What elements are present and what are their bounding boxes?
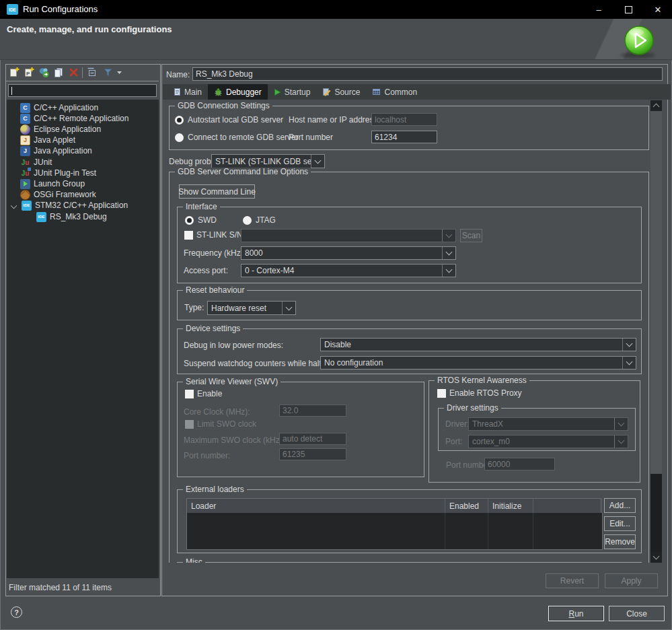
tree-item-c-application[interactable]: C C/C++ Application [20, 102, 98, 113]
main-tab-icon [174, 88, 181, 96]
scroll-up-button[interactable] [650, 100, 662, 111]
remote-gdb-radio[interactable] [175, 133, 184, 142]
new-launch-prototype-icon[interactable]: P [24, 67, 35, 78]
add-loader-button[interactable]: Add... [604, 498, 636, 513]
tab-common[interactable]: Common [366, 84, 423, 100]
filter-launch-configurations-icon[interactable] [102, 67, 114, 78]
svg-text:P: P [26, 71, 30, 77]
watchdog-label: Suspend watchdog counters while halted: [184, 359, 332, 368]
tree-item-label: JUnit [34, 158, 52, 167]
low-power-combo[interactable]: Disable [320, 338, 636, 351]
banner-heading: Create, manage, and run configurations [7, 25, 172, 34]
port-number-input[interactable] [371, 131, 437, 143]
rtos-port-combo: cortex_m0 [468, 435, 628, 448]
reset-type-label: Type: [184, 303, 204, 312]
group-legend: Misc [183, 558, 205, 563]
launch-types-tree: C C/C++ Application C C/C++ Remote Appli… [7, 100, 159, 578]
close-window-button[interactable]: ✕ [643, 0, 672, 19]
gdb-server-options-group: GDB Server Command Line Options Show Com… [169, 172, 649, 563]
filter-menu-chevron-icon[interactable] [116, 70, 122, 75]
stm32-application-icon: IDE [22, 201, 32, 211]
c-application-icon: C [20, 103, 30, 113]
tree-item-junit-plugin-test[interactable]: Ju JUnit Plug-in Test [20, 168, 96, 178]
tree-item-java-applet[interactable]: J Java Applet [20, 135, 75, 145]
name-input[interactable] [192, 67, 663, 81]
debug-probe-label: Debug probe [169, 157, 215, 166]
swv-port-input [279, 448, 346, 460]
revert-button: Revert [546, 573, 599, 588]
tree-item-label: Java Application [34, 146, 92, 155]
limit-swo-label: Limit SWO clock [197, 419, 256, 429]
sidebar-toolbar: P [6, 65, 159, 81]
frequency-combo[interactable]: 8000 [241, 246, 456, 260]
group-legend: GDB Connection Settings [175, 102, 272, 110]
device-settings-group: Device settings Debug in low power modes… [177, 328, 642, 374]
tree-item-rs-mk3-debug[interactable]: IDE RS_Mk3 Debug [36, 211, 107, 222]
edit-loader-button[interactable]: Edit... [604, 516, 636, 531]
stm32-debug-config-icon: IDE [36, 212, 46, 222]
tree-item-java-application[interactable]: J Java Application [20, 145, 92, 156]
run-button[interactable]: Run [548, 606, 604, 621]
filter-input[interactable] [8, 84, 157, 97]
java-application-icon: J [20, 146, 30, 156]
scroll-down-button[interactable] [650, 552, 662, 563]
tree-item-stm32-application[interactable]: IDE STM32 C/C++ Application [11, 200, 128, 211]
tab-startup[interactable]: Startup [268, 84, 317, 100]
filter-status-text: Filter matched 11 of 11 items [9, 583, 112, 592]
duplicate-launch-configuration-icon[interactable] [53, 67, 65, 78]
show-command-line-button[interactable]: Show Command Line [179, 184, 255, 199]
swv-enable-label: Enable [197, 389, 222, 398]
swv-enable-checkbox[interactable] [185, 390, 194, 398]
help-button[interactable]: ? [11, 606, 22, 618]
new-launch-configuration-icon[interactable] [9, 67, 20, 78]
collapse-all-icon[interactable] [86, 67, 98, 78]
content-scrollbar[interactable] [650, 100, 662, 563]
autostart-gdb-radio[interactable] [175, 116, 184, 125]
chevron-down-icon [622, 339, 636, 351]
column-enabled[interactable]: Enabled [445, 499, 488, 513]
driver-combo: ThreadX [468, 417, 628, 431]
close-icon: ✕ [655, 5, 662, 15]
reset-type-combo[interactable]: Hardware reset [207, 301, 296, 315]
tree-item-junit[interactable]: Ju JUnit [20, 157, 52, 168]
chevron-down-icon [622, 357, 636, 369]
jtag-radio[interactable] [243, 216, 252, 225]
debug-probe-combo[interactable]: ST-LINK (ST-LINK GDB server) [211, 154, 325, 168]
swd-label: SWD [198, 215, 217, 225]
title-bar: IDE Run Configurations – ✕ [0, 0, 672, 19]
swd-radio[interactable] [185, 216, 194, 225]
configuration-editor-panel: Name: Main Debugger Startup Source C [161, 64, 668, 596]
maximize-button[interactable] [613, 0, 643, 19]
misc-group: Misc [177, 562, 642, 563]
chevron-down-icon [614, 435, 628, 448]
common-tab-icon [372, 88, 381, 96]
tree-item-eclipse-application[interactable]: Eclipse Application [20, 124, 101, 135]
remove-loader-button[interactable]: Remove [604, 534, 636, 549]
rtos-proxy-checkbox[interactable] [437, 389, 446, 398]
tree-item-launch-group[interactable]: Launch Group [20, 178, 85, 189]
export-launch-configurations-icon[interactable] [38, 67, 50, 78]
tree-item-label: RS_Mk3 Debug [50, 212, 107, 221]
close-button[interactable]: Close [609, 606, 665, 621]
tab-source[interactable]: Source [316, 84, 366, 100]
chevron-down-icon [282, 302, 295, 314]
delete-launch-configuration-icon[interactable] [68, 67, 79, 78]
column-loader[interactable]: Loader [187, 499, 445, 513]
tab-main[interactable]: Main [167, 84, 208, 100]
scrollbar-thumb[interactable] [650, 111, 662, 474]
tree-item-c-remote-application[interactable]: C C/C++ Remote Application [20, 113, 128, 124]
minimize-button[interactable]: – [584, 0, 613, 19]
expanded-chevron-icon[interactable] [11, 202, 17, 209]
column-initialize[interactable]: Initialize [488, 499, 533, 513]
watchdog-combo[interactable]: No configuration [320, 356, 636, 370]
max-swo-input [279, 433, 346, 445]
stlink-sn-checkbox[interactable] [184, 231, 193, 240]
gdb-connection-settings-group: GDB Connection Settings Autostart local … [169, 106, 649, 150]
host-label: Host name or IP address [289, 115, 378, 125]
tab-debugger[interactable]: Debugger [208, 84, 268, 100]
loaders-table-body[interactable] [186, 513, 603, 550]
access-port-combo[interactable]: 0 - Cortex-M4 [241, 264, 456, 277]
tree-item-osgi-framework[interactable]: OSGi Framework [20, 189, 96, 200]
remote-gdb-label: Connect to remote GDB server [188, 133, 299, 142]
chevron-down-icon [311, 155, 324, 168]
